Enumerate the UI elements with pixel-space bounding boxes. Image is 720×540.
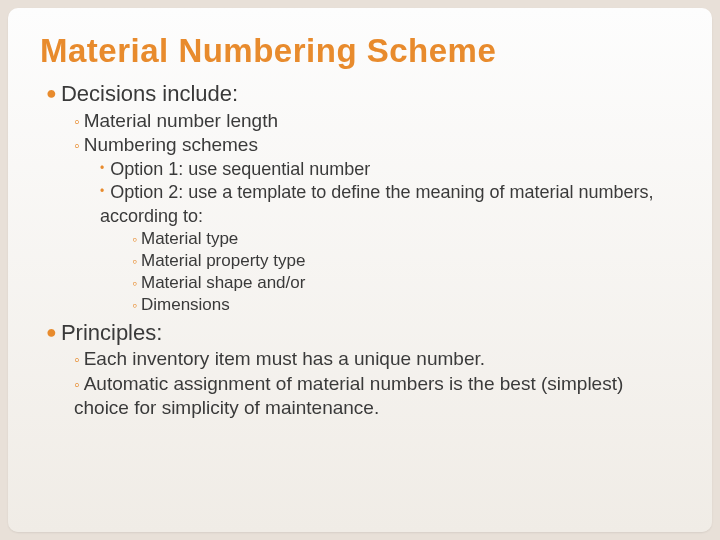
item-material-property-type: ◦Material property type [132,250,680,272]
bullet-icon: ● [46,83,57,103]
item-material-number-length: ◦Material number length [74,109,680,134]
item-label: Each inventory item must has a unique nu… [84,348,485,369]
ring-icon: ◦ [132,297,137,313]
item-material-type: ◦Material type [132,228,680,250]
slide: Material Numbering Scheme ●Decisions inc… [8,8,712,532]
ring-icon: ◦ [74,113,80,130]
bullet-icon: ● [46,322,57,342]
item-label: Material type [141,229,238,248]
item-label: Numbering schemes [84,134,258,155]
ring-icon: ◦ [132,253,137,269]
item-option-1: •Option 1: use sequential number [100,158,680,181]
item-unique-number: ◦Each inventory item must has a unique n… [74,347,680,372]
item-label: Dimensions [141,295,230,314]
dot-icon: • [100,184,104,198]
dot-icon: • [100,161,104,175]
section-label: Decisions include: [61,81,238,106]
item-label: Option 1: use sequential number [110,159,370,179]
ring-icon: ◦ [74,137,80,154]
item-label: Material number length [84,110,278,131]
item-material-shape: ◦Material shape and/or [132,272,680,294]
item-numbering-schemes: ◦Numbering schemes [74,133,680,158]
item-label: Automatic assignment of material numbers… [74,373,623,419]
section-label: Principles: [61,320,162,345]
item-automatic-assignment: ◦Automatic assignment of material number… [74,372,680,421]
section-decisions: ●Decisions include: [46,80,680,109]
section-principles: ●Principles: [46,319,680,348]
item-dimensions: ◦Dimensions [132,294,680,316]
item-label: Material property type [141,251,305,270]
item-option-2: •Option 2: use a template to define the … [100,181,680,228]
item-label: Material shape and/or [141,273,305,292]
ring-icon: ◦ [132,231,137,247]
ring-icon: ◦ [74,376,80,393]
item-label: Option 2: use a template to define the m… [100,182,654,225]
slide-title: Material Numbering Scheme [40,32,680,70]
ring-icon: ◦ [132,275,137,291]
ring-icon: ◦ [74,351,80,368]
